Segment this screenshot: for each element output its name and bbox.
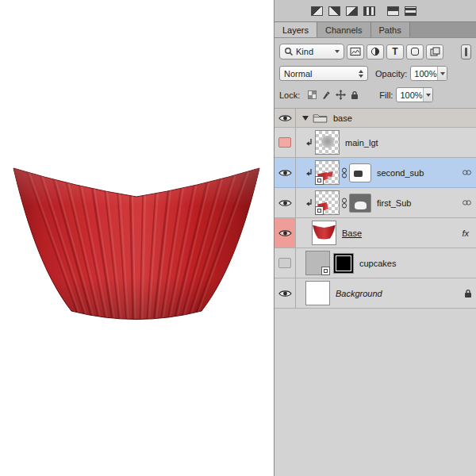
layers-list: base main_lgt: [274, 108, 476, 476]
layer-name[interactable]: Background: [336, 289, 382, 298]
visibility-cell[interactable]: [274, 109, 296, 127]
filter-smart-object-button[interactable]: [426, 44, 443, 60]
layers-list-empty-area[interactable]: [274, 309, 476, 476]
linked-layers-icon: [462, 199, 472, 206]
layer-name[interactable]: base: [333, 113, 352, 123]
mask-content: [354, 171, 363, 177]
lock-all-button[interactable]: [351, 90, 359, 100]
thumbnail-content: [321, 136, 335, 148]
eye-icon: [278, 228, 292, 238]
layer-thumbnail[interactable]: [315, 160, 340, 185]
opacity-dropdown-button[interactable]: [437, 67, 447, 80]
layer-row-base[interactable]: Base fx: [274, 218, 476, 248]
tab-channels[interactable]: Channels: [317, 22, 370, 37]
hidden-visibility-box: [278, 137, 291, 148]
layer-thumbnail[interactable]: [305, 281, 330, 305]
mask-link-icon[interactable]: [341, 167, 347, 178]
layer-row-first-sub[interactable]: first_Sub: [274, 188, 476, 218]
panel-dock-strip: [274, 0, 476, 21]
clipping-mask-arrow-icon: [305, 198, 313, 208]
lock-label: Lock:: [279, 90, 300, 100]
thumbnail-content: [326, 171, 333, 177]
mask-content: [355, 202, 367, 209]
adjustment-icon: [370, 47, 380, 56]
panel-tabbar: Layers Channels Paths: [274, 21, 476, 38]
smart-object-badge-icon: [315, 206, 324, 215]
filter-adjustment-layers-button[interactable]: [367, 44, 384, 60]
hidden-visibility-box: [278, 258, 291, 268]
smart-object-icon: [430, 47, 440, 56]
chevron-down-icon: [335, 50, 340, 53]
layer-row-base-group[interactable]: base: [274, 109, 476, 128]
dock-icon-2[interactable]: [328, 6, 340, 16]
layer-mask-thumbnail[interactable]: [349, 194, 371, 213]
filter-shape-layers-button[interactable]: [406, 44, 424, 60]
layer-name[interactable]: first_Sub: [377, 198, 411, 208]
layer-name[interactable]: main_lgt: [345, 138, 378, 148]
opacity-value: 100%: [411, 69, 437, 79]
layer-row-main-lgt[interactable]: main_lgt: [274, 128, 476, 158]
layer-thumbnail[interactable]: [305, 251, 330, 275]
cupcake-wrapper-artwork: [10, 163, 263, 330]
fill-value: 100%: [397, 90, 423, 100]
dock-icon-5[interactable]: [387, 6, 399, 16]
layer-name[interactable]: Base: [342, 228, 362, 238]
blend-mode-select[interactable]: Normal: [279, 66, 368, 81]
opacity-label: Opacity:: [375, 69, 407, 79]
dock-icon-1[interactable]: [311, 6, 323, 16]
tab-layers[interactable]: Layers: [274, 22, 317, 37]
visibility-cell[interactable]: [274, 218, 296, 248]
layer-name[interactable]: cupcakes: [359, 259, 396, 268]
filter-switch-toggle[interactable]: [461, 44, 471, 60]
lock-pixels-button[interactable]: [321, 90, 331, 100]
layers-panel: Layers Channels Paths Kind: [274, 0, 476, 476]
search-icon: [284, 47, 294, 56]
layer-mask-thumbnail[interactable]: [333, 253, 354, 274]
lock-transparency-button[interactable]: [308, 90, 317, 99]
eye-icon: [278, 198, 292, 208]
dock-icon-6[interactable]: [405, 6, 416, 16]
eye-icon: [278, 289, 292, 298]
filter-row: Kind: [279, 44, 471, 60]
visibility-cell[interactable]: [274, 128, 296, 157]
fill-combo[interactable]: 100%: [396, 87, 433, 102]
layer-row-cupcakes[interactable]: cupcakes: [274, 248, 476, 278]
layer-mask-thumbnail[interactable]: [349, 163, 371, 182]
layer-style-fx-badge[interactable]: fx: [462, 228, 469, 238]
eye-icon: [278, 168, 292, 178]
group-folder-icon: [313, 113, 328, 123]
visibility-cell[interactable]: [274, 188, 296, 217]
fill-label: Fill:: [379, 90, 393, 100]
layer-row-background[interactable]: Background: [274, 278, 476, 309]
dock-icon-4[interactable]: [363, 6, 375, 16]
filter-kind-select[interactable]: Kind: [279, 44, 344, 60]
opacity-combo[interactable]: 100%: [410, 66, 447, 81]
photoshop-workspace: Layers Channels Paths Kind: [0, 0, 476, 476]
dock-icon-3[interactable]: [346, 6, 358, 16]
disclosure-triangle-icon[interactable]: [302, 116, 309, 121]
visibility-cell[interactable]: [274, 158, 296, 187]
background-lock-icon: [464, 289, 472, 298]
blend-row: Normal Opacity: 100%: [279, 66, 471, 81]
select-arrows-icon: [359, 70, 363, 78]
filter-kind-label: Kind: [296, 47, 313, 56]
layer-thumbnail[interactable]: [315, 130, 340, 155]
lock-position-button[interactable]: [336, 90, 346, 100]
layer-row-second-sub[interactable]: second_sub: [274, 158, 476, 188]
layer-name[interactable]: second_sub: [377, 168, 424, 178]
clipping-mask-arrow-icon: [305, 168, 313, 178]
shape-icon: [410, 47, 420, 56]
visibility-cell[interactable]: [274, 248, 296, 278]
tab-paths[interactable]: Paths: [371, 22, 410, 37]
clipping-mask-arrow-icon: [305, 138, 313, 148]
filter-pixel-layers-button[interactable]: [347, 44, 364, 60]
visibility-cell[interactable]: [274, 278, 296, 308]
layer-thumbnail[interactable]: [312, 221, 336, 245]
thumbnail-content: [313, 225, 336, 240]
blend-mode-value: Normal: [284, 69, 312, 79]
layer-thumbnail[interactable]: [315, 190, 340, 215]
filter-type-layers-button[interactable]: T: [386, 44, 404, 60]
fill-dropdown-button[interactable]: [423, 88, 432, 102]
document-canvas[interactable]: [0, 0, 274, 476]
mask-link-icon[interactable]: [341, 198, 347, 209]
